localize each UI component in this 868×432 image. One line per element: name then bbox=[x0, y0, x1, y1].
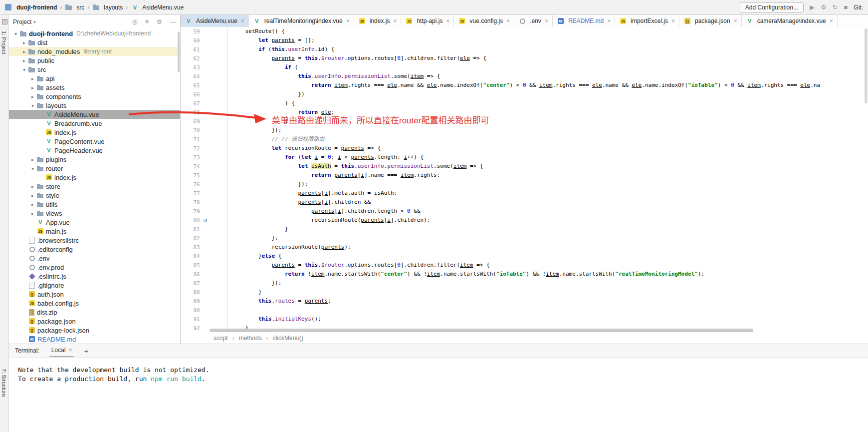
tab-index.js[interactable]: JSindex.js× bbox=[354, 15, 402, 27]
close-tab-icon[interactable]: × bbox=[346, 17, 350, 24]
breadcrumb-item[interactable]: src bbox=[65, 3, 84, 11]
gutter-line-67[interactable]: 67 bbox=[181, 99, 227, 108]
tab-cameraManage\index.vue[interactable]: VcameraManage\index.vue× bbox=[742, 15, 838, 27]
chevron-down-icon[interactable]: ▾ bbox=[20, 67, 28, 72]
gutter-line-68[interactable]: 68 bbox=[181, 108, 227, 117]
tree-item-Breadcrumb.vue[interactable]: VBreadcrumb.vue bbox=[9, 119, 180, 128]
tab-realTimeMonitoring\index.vue[interactable]: VrealTimeMonitoring\index.vue× bbox=[249, 15, 354, 27]
tree-item-package-lock.json[interactable]: {}package-lock.json bbox=[9, 326, 180, 335]
new-terminal-button[interactable]: + bbox=[84, 347, 88, 355]
close-tab-icon[interactable]: × bbox=[830, 17, 833, 24]
tree-item-components[interactable]: ▸components bbox=[9, 92, 180, 101]
tree-item-src[interactable]: ▾src bbox=[9, 65, 180, 74]
chevron-down-icon[interactable]: ▾ bbox=[29, 103, 36, 108]
settings-icon[interactable]: ⚙ bbox=[821, 4, 827, 10]
tree-item-index.js[interactable]: JSindex.js bbox=[9, 128, 180, 137]
chevron-right-icon[interactable]: ▸ bbox=[20, 40, 28, 45]
gutter-line-72[interactable]: 72 bbox=[181, 144, 227, 153]
gutter-line-80[interactable]: 80↺ bbox=[181, 216, 227, 225]
gutter-line-60[interactable]: 60 bbox=[181, 36, 227, 45]
gutter-line-84[interactable]: 84 bbox=[181, 252, 227, 261]
editor-body[interactable]: 5960616263646566676869707172737475767778… bbox=[181, 27, 868, 333]
editor-breadcrumb-item[interactable]: clickMenu() bbox=[273, 335, 303, 342]
tree-item-babel.config.js[interactable]: JSbabel.config.js bbox=[9, 299, 180, 308]
tab-http-api.js[interactable]: JShttp-api.js× bbox=[401, 15, 454, 27]
chevron-right-icon[interactable]: ▸ bbox=[20, 49, 28, 54]
tab-importExcel.js[interactable]: JSimportExcel.js× bbox=[615, 15, 679, 27]
project-view-selector[interactable]: Project ▾ bbox=[13, 18, 36, 25]
gutter-line-85[interactable]: 85 bbox=[181, 261, 227, 270]
tree-item-.env.prod[interactable]: .env.prod bbox=[9, 263, 180, 272]
tree-item-node_modules[interactable]: ▸node_moduleslibrary root bbox=[9, 47, 180, 56]
tree-item-assets[interactable]: ▸assets bbox=[9, 83, 180, 92]
tree-item-AsideMenu.vue[interactable]: VAsideMenu.vue bbox=[9, 110, 180, 119]
gutter-line-73[interactable]: 73 bbox=[181, 153, 227, 162]
gutter-line-63[interactable]: 63 bbox=[181, 63, 227, 72]
breadcrumb-item[interactable]: layouts bbox=[92, 3, 123, 11]
editor-horizontal-scrollbar[interactable] bbox=[210, 329, 753, 332]
tree-item-dist[interactable]: ▸dist bbox=[9, 38, 180, 47]
gutter-line-71[interactable]: 71 bbox=[181, 135, 227, 144]
terminal-tab-local[interactable]: Local × bbox=[49, 344, 74, 357]
gutter-line-77[interactable]: 77 bbox=[181, 189, 227, 198]
chevron-right-icon[interactable]: ▸ bbox=[29, 157, 36, 162]
settings-icon[interactable]: ⚙ bbox=[156, 18, 162, 25]
gutter-line-65[interactable]: 65 bbox=[181, 81, 227, 90]
tree-item-.eslintrc.js[interactable]: .eslintrc.js bbox=[9, 272, 180, 281]
editor-breadcrumb-item[interactable]: script bbox=[214, 335, 228, 342]
close-tab-icon[interactable]: × bbox=[734, 17, 737, 24]
tree-item-views[interactable]: ▸views bbox=[9, 209, 180, 218]
tree-item-.gitignore[interactable]: .gitignore bbox=[9, 281, 180, 290]
chevron-right-icon[interactable]: ▸ bbox=[29, 76, 36, 81]
chevron-right-icon[interactable]: ▸ bbox=[29, 184, 36, 189]
stop-icon[interactable]: ■ bbox=[844, 4, 848, 10]
close-tab-icon[interactable]: × bbox=[671, 17, 675, 24]
gutter-line-86[interactable]: 86 bbox=[181, 270, 227, 279]
tab-package.json[interactable]: {}package.json× bbox=[679, 15, 742, 27]
update-icon[interactable]: ↻ bbox=[833, 4, 838, 10]
gutter-line-64[interactable]: 64 bbox=[181, 72, 227, 81]
tree-item-index.js[interactable]: JSindex.js bbox=[9, 173, 180, 182]
tree-item-router[interactable]: ▾router bbox=[9, 164, 180, 173]
gutter-line-59[interactable]: 59 bbox=[181, 27, 227, 36]
tree-item-public[interactable]: ▸public bbox=[9, 56, 180, 65]
gutter-line-91[interactable]: 91 bbox=[181, 315, 227, 324]
close-tab-icon[interactable]: × bbox=[393, 17, 397, 24]
tab-.env[interactable]: .env× bbox=[514, 15, 553, 27]
run-icon[interactable]: ▶ bbox=[810, 4, 815, 10]
tree-item-dist.zip[interactable]: dist.zip bbox=[9, 308, 180, 317]
tree-item-PageContent.vue[interactable]: VPageContent.vue bbox=[9, 137, 180, 146]
locate-icon[interactable]: ◎ bbox=[132, 18, 137, 25]
gutter-line-83[interactable]: 83 bbox=[181, 243, 227, 252]
editor-vertical-scrollbar[interactable] bbox=[865, 28, 868, 103]
tree-item-package.json[interactable]: {}package.json bbox=[9, 317, 180, 326]
git-label[interactable]: Git: bbox=[854, 4, 863, 11]
chevron-right-icon[interactable]: ▸ bbox=[29, 211, 36, 216]
close-tab-icon[interactable]: × bbox=[506, 17, 510, 24]
close-tab-icon[interactable]: × bbox=[446, 17, 449, 24]
close-icon[interactable]: × bbox=[68, 347, 72, 354]
code-area[interactable]: setRoute() { let parents = []; if (this.… bbox=[228, 27, 868, 333]
gutter-line-75[interactable]: 75 bbox=[181, 171, 227, 180]
gutter-line-89[interactable]: 89 bbox=[181, 297, 227, 306]
gutter-line-66[interactable]: 66 bbox=[181, 90, 227, 99]
tree-item-api[interactable]: ▸api bbox=[9, 74, 180, 83]
gutter-line-74[interactable]: 74 bbox=[181, 162, 227, 171]
chevron-right-icon[interactable]: ▸ bbox=[29, 193, 36, 198]
gutter-line-76[interactable]: 76 bbox=[181, 180, 227, 189]
gutter-line-90[interactable]: 90 bbox=[181, 306, 227, 315]
tree-item-main.js[interactable]: JSmain.js bbox=[9, 227, 180, 236]
tree-item-duoji-frontend[interactable]: ▾duoji-frontendD:\zheheWeb\duoji-fronten… bbox=[9, 29, 180, 38]
close-tab-icon[interactable]: × bbox=[545, 17, 548, 24]
tree-item-.env[interactable]: .env bbox=[9, 254, 180, 263]
tool-window-button-project[interactable]: 1: Project bbox=[1, 31, 7, 54]
gutter-line-61[interactable]: 61 bbox=[181, 45, 227, 54]
tab-AsideMenu.vue[interactable]: VAsideMenu.vue× bbox=[181, 15, 249, 27]
gutter-line-78[interactable]: 78 bbox=[181, 198, 227, 207]
tree-item-store[interactable]: ▸store bbox=[9, 182, 180, 191]
breadcrumb-item[interactable]: VAsideMenu.vue bbox=[131, 3, 184, 11]
chevron-right-icon[interactable]: ▸ bbox=[29, 94, 36, 99]
tree-item-App.vue[interactable]: VApp.vue bbox=[9, 218, 180, 227]
gutter-line-69[interactable]: 69 bbox=[181, 117, 227, 126]
tab-vue.config.js[interactable]: JSvue.config.js× bbox=[454, 15, 514, 27]
